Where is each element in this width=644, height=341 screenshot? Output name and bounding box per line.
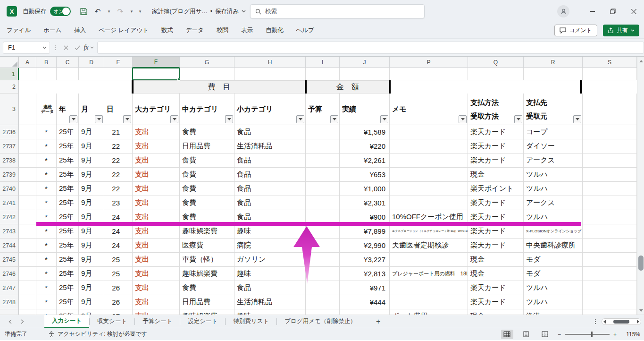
cell-J2748[interactable]: ¥444: [340, 295, 390, 309]
cell-G2749[interactable]: 趣味娯楽費: [180, 309, 234, 315]
cell-A2746[interactable]: [19, 267, 36, 281]
cell-R1[interactable]: [524, 68, 583, 80]
cell-P2743[interactable]: エクスプロージョン（ミルクチョコレート味 3kg）WPC 100%ナチュラル ホ…: [390, 224, 468, 239]
row-header-2744[interactable]: 2744: [0, 239, 19, 253]
row-header-2740[interactable]: 2740: [0, 182, 19, 196]
cell-A1[interactable]: [19, 68, 36, 80]
cell-Q1[interactable]: [468, 68, 524, 80]
cell-Q2737[interactable]: 楽天カード: [468, 139, 524, 153]
cell-S2737[interactable]: [583, 139, 637, 153]
cell-C2746[interactable]: 25年: [57, 267, 79, 281]
cell-Q2738[interactable]: 楽天カード: [468, 153, 524, 168]
cell-B2736[interactable]: *: [36, 125, 57, 139]
cell-Q2736[interactable]: 楽天カード: [468, 125, 524, 139]
row-header-3[interactable]: 3: [0, 94, 19, 125]
row-header-2749[interactable]: [0, 309, 19, 315]
cell-G2737[interactable]: 日用品費: [180, 139, 234, 153]
cell-I1[interactable]: [306, 68, 340, 80]
filter-button-Q[interactable]: [514, 115, 522, 123]
insert-function-icon[interactable]: fx: [83, 42, 94, 53]
sheet-tab-0[interactable]: 入力シート: [44, 315, 89, 328]
cell-A2740[interactable]: [19, 182, 36, 196]
cell-D2747[interactable]: 9月: [79, 281, 104, 295]
cell-I2740[interactable]: [306, 182, 340, 196]
row-header-2746[interactable]: 2746: [0, 267, 19, 281]
cell-C2745[interactable]: 25年: [57, 253, 79, 267]
cell-D2737[interactable]: 9月: [79, 139, 104, 153]
filter-button-F[interactable]: [170, 115, 178, 123]
cell-P2748[interactable]: [390, 295, 468, 309]
cell-D2749[interactable]: 9月: [79, 309, 104, 315]
column-header-Q[interactable]: Q: [468, 57, 524, 68]
cell-Q2743[interactable]: 楽天カード: [468, 224, 524, 239]
cell-G2745[interactable]: 車費（軽）: [180, 253, 234, 267]
sheet-tab-5[interactable]: ブログ用メモ（削除禁止）: [277, 315, 363, 328]
cell-H2740[interactable]: 食品: [234, 182, 306, 196]
cell-A2749[interactable]: [19, 309, 36, 315]
cell-P2741[interactable]: [390, 196, 468, 210]
cell-P2739[interactable]: [390, 168, 468, 182]
cell-A2739[interactable]: [19, 168, 36, 182]
cell-F2741[interactable]: 支出: [133, 196, 180, 210]
cell-E2748[interactable]: 26: [104, 295, 133, 309]
cell-J1[interactable]: [340, 68, 390, 80]
cell-R2739[interactable]: ツルハ: [524, 168, 583, 182]
filter-button-C[interactable]: [69, 115, 77, 123]
formula-input[interactable]: [97, 42, 644, 54]
accessibility-status[interactable]: アクセシビリティ: 検討が必要です: [48, 330, 147, 338]
cell-E2749[interactable]: 27: [104, 309, 133, 315]
page-layout-view-button[interactable]: [520, 330, 532, 339]
sheet-tab-2[interactable]: 予算シート: [135, 315, 180, 328]
cell-A2741[interactable]: [19, 196, 36, 210]
cell-C2740[interactable]: 25年: [57, 182, 79, 196]
ribbon-tab-2[interactable]: 挿入: [74, 26, 86, 34]
cell-R2738[interactable]: アークス: [524, 153, 583, 168]
row-header-2748[interactable]: 2748: [0, 295, 19, 309]
ribbon-tab-1[interactable]: ホーム: [43, 26, 61, 34]
ribbon-tab-9[interactable]: ヘルプ: [296, 26, 314, 34]
sheet-nav-left-icon[interactable]: [4, 315, 16, 328]
close-button[interactable]: [623, 0, 644, 23]
cell-J2745[interactable]: ¥3,227: [340, 253, 390, 267]
cell-B2743[interactable]: *: [36, 224, 57, 239]
cell-Q2747[interactable]: 楽天カード: [468, 281, 524, 295]
cell-P2747[interactable]: [390, 281, 468, 295]
customize-toolbar-icon[interactable]: ▾: [137, 9, 143, 14]
cell-S2749[interactable]: [583, 309, 637, 315]
cell-S2738[interactable]: [583, 153, 637, 168]
cell-F2744[interactable]: 支出: [133, 239, 180, 253]
cell-D2740[interactable]: 9月: [79, 182, 104, 196]
page-break-view-button[interactable]: [539, 330, 551, 339]
redo-icon[interactable]: ↷: [114, 5, 126, 17]
cell-A2748[interactable]: [19, 295, 36, 309]
restore-button[interactable]: [602, 0, 623, 23]
cell-J2738[interactable]: ¥2,261: [340, 153, 390, 168]
column-header-J[interactable]: J: [340, 57, 390, 68]
row-header-2737[interactable]: 2737: [0, 139, 19, 153]
cell-C2748[interactable]: 25年: [57, 295, 79, 309]
ribbon-tab-3[interactable]: ページ レイアウト: [99, 26, 149, 34]
redo-menu-chevron-icon[interactable]: ▾: [128, 9, 135, 14]
cell-R2744[interactable]: 中央歯科診療所: [524, 239, 583, 253]
cell-F2736[interactable]: 支出: [133, 125, 180, 139]
cell-J2741[interactable]: ¥2,301: [340, 196, 390, 210]
cell-F2749[interactable]: 支出: [133, 309, 180, 315]
zoom-level[interactable]: 115%: [623, 331, 640, 338]
cell-C2739[interactable]: 25年: [57, 168, 79, 182]
cell-G2736[interactable]: 食費: [180, 125, 234, 139]
cell-E2747[interactable]: 26: [104, 281, 133, 295]
cell-Q2741[interactable]: 楽天カード: [468, 196, 524, 210]
row-header-2738[interactable]: 2738: [0, 153, 19, 168]
header-cell-A3[interactable]: [19, 94, 36, 125]
cell-B2741[interactable]: *: [36, 196, 57, 210]
cell-F2739[interactable]: 支出: [133, 168, 180, 182]
cell-B2748[interactable]: *: [36, 295, 57, 309]
share-button[interactable]: 共有: [603, 25, 639, 36]
cell-D2746[interactable]: 9月: [79, 267, 104, 281]
comments-button[interactable]: コメント: [554, 25, 597, 36]
excel-logo-icon[interactable]: X: [7, 6, 17, 17]
cell-D2748[interactable]: 9月: [79, 295, 104, 309]
cell-A2742[interactable]: [19, 210, 36, 224]
cell-R2745[interactable]: モダ: [524, 253, 583, 267]
cell-P2744[interactable]: 夫歯医者定期検診: [390, 239, 468, 253]
